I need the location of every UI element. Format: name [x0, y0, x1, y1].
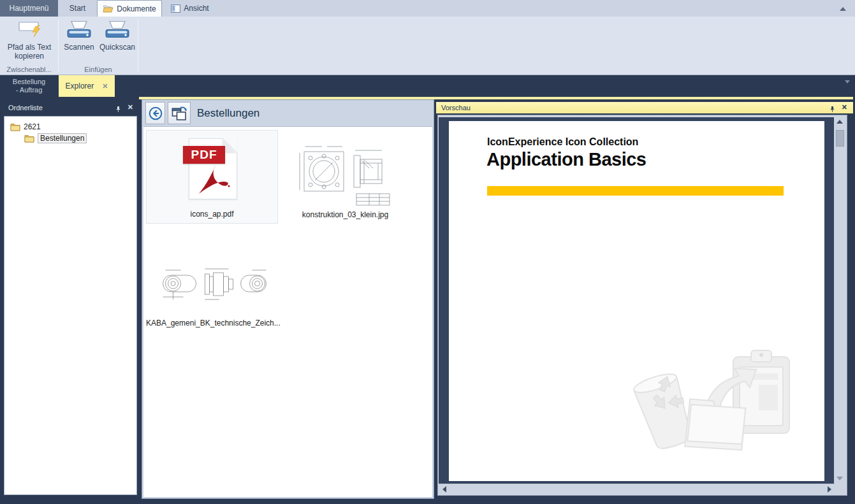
- tab-overflow-button[interactable]: [845, 83, 850, 95]
- doc-tab-label: Explorer: [66, 82, 94, 90]
- scroll-up-arrow[interactable]: [837, 120, 843, 124]
- panel-title: Ordnerliste: [8, 104, 43, 112]
- folder-open-icon: [103, 4, 113, 13]
- file-name: icons_ap.pdf: [147, 210, 277, 219]
- button-label: Scannen: [64, 43, 94, 52]
- page-fold: [223, 138, 237, 152]
- scrollbar-thumb[interactable]: [836, 130, 844, 147]
- vertical-scrollbar[interactable]: [834, 116, 846, 484]
- tab-label: Start: [69, 4, 85, 13]
- technical-drawing-thumbnail: [156, 265, 268, 305]
- folder-tree: 2621 Bestellungen: [4, 116, 137, 495]
- tree-item-bestellungen[interactable]: Bestellungen: [24, 133, 87, 144]
- file-item-konstruktion-jpg[interactable]: konstruktion_03_klein.jpg: [279, 130, 411, 224]
- tab-label: Dokumente: [117, 4, 156, 13]
- document-title: Application Basics: [486, 149, 646, 170]
- pdf-file-icon: PDF: [189, 138, 237, 199]
- explorer-header: Bestellungen: [142, 100, 434, 126]
- ribbon-tab-bar: Hauptmenü Start Dokumente Ansicht: [0, 0, 855, 17]
- document-subtitle: IconExperience Icon Collection: [487, 136, 638, 148]
- pdf-page: IconExperience Icon Collection Applicati…: [449, 121, 824, 481]
- preview-panel: Vorschau ✕ IconExperience Icon Collectio…: [436, 99, 853, 499]
- folder-icon: [24, 134, 34, 143]
- back-button[interactable]: [145, 102, 165, 124]
- scroll-left-arrow[interactable]: [442, 486, 446, 493]
- scannen-button[interactable]: Scannen: [61, 18, 97, 52]
- file-item-kaba-zeichnung[interactable]: KABA_gemeni_BK_technische_Zeich...: [146, 238, 278, 332]
- doc-tab-bestellung-auftrag[interactable]: Bestellung - Auftrag: [0, 75, 58, 97]
- pin-icon[interactable]: [115, 104, 122, 112]
- tree-item-label: Bestellungen: [38, 133, 87, 143]
- scanner-icon: [103, 20, 132, 40]
- technical-drawing-thumbnail: [298, 139, 393, 208]
- button-label: Quickscan: [99, 43, 135, 52]
- ribbon: Pfad als Text kopieren Zwischenabl... Sc…: [0, 17, 855, 75]
- tree-item-label: 2621: [24, 122, 41, 131]
- folder-icon: [10, 123, 20, 131]
- doc-tab-label-line2: - Auftrag: [16, 86, 43, 94]
- ribbon-collapse-button[interactable]: [838, 5, 847, 13]
- folder-list-panel: Ordnerliste ✕ 2621 Beste: [2, 99, 139, 499]
- button-label: Pfad als Text kopieren: [8, 43, 51, 61]
- folder-title: Bestellungen: [197, 100, 259, 126]
- group-label-einfuegen: Einfügen: [59, 66, 138, 73]
- pin-icon[interactable]: [829, 104, 837, 112]
- scroll-down-arrow[interactable]: [837, 477, 843, 480]
- preview-frame: IconExperience Icon Collection Applicati…: [437, 115, 847, 496]
- panel-title: Vorschau: [441, 104, 471, 112]
- scanner-icon: [64, 20, 94, 40]
- ribbon-group-zwischenablage: Pfad als Text kopieren Zwischenabl...: [0, 17, 58, 75]
- file-item-icons-ap-pdf[interactable]: PDF icons_ap.pdf: [146, 130, 278, 224]
- adobe-swirl-icon: [197, 164, 231, 196]
- pdf-badge: PDF: [183, 146, 225, 164]
- preview-header: Vorschau ✕: [436, 102, 853, 113]
- tree-item-2621[interactable]: 2621: [10, 121, 41, 133]
- close-icon[interactable]: ✕: [842, 103, 847, 112]
- file-name: konstruktion_03_klein.jpg: [279, 210, 411, 219]
- pfad-als-text-kopieren-button[interactable]: Pfad als Text kopieren: [4, 18, 55, 61]
- accent-bar: [487, 186, 784, 196]
- group-label-zwischenablage: Zwischenabl...: [0, 66, 58, 73]
- group-separator: [138, 19, 138, 71]
- tab-label: Ansicht: [184, 4, 208, 13]
- preview-viewport: IconExperience Icon Collection Applicati…: [439, 117, 834, 484]
- watermark-illustration: [608, 345, 800, 463]
- explorer-panel: Bestellungen PDF icons_ap.pdf: [142, 99, 434, 499]
- close-icon[interactable]: ✕: [102, 82, 108, 90]
- doc-tab-explorer[interactable]: Explorer ✕: [59, 75, 115, 97]
- overlapping-windows-icon: [171, 106, 187, 121]
- app-window: Hauptmenü Start Dokumente Ansicht: [0, 0, 855, 504]
- chevron-down-icon: [845, 80, 850, 94]
- tab-start[interactable]: Start: [58, 0, 97, 17]
- view-layout-icon: [171, 4, 180, 13]
- folder-list-header: Ordnerliste ✕: [2, 102, 139, 113]
- scroll-right-arrow[interactable]: [828, 486, 831, 493]
- tab-label: Hauptmenü: [9, 4, 48, 13]
- tab-dokumente[interactable]: Dokumente: [97, 0, 162, 17]
- horizontal-scrollbar[interactable]: [439, 484, 835, 494]
- chevron-up-icon: [840, 7, 846, 11]
- doc-tab-label-line1: Bestellung: [13, 78, 45, 86]
- document-tab-bar: Bestellung - Auftrag Explorer ✕: [0, 75, 855, 97]
- file-name: KABA_gemeni_BK_technische_Zeich...: [146, 319, 278, 328]
- back-arrow-icon: [149, 106, 163, 120]
- open-in-window-button[interactable]: [168, 102, 191, 124]
- file-list: PDF icons_ap.pdf: [143, 126, 432, 497]
- close-icon[interactable]: ✕: [128, 103, 133, 112]
- quickscan-button[interactable]: Quickscan: [98, 18, 136, 52]
- textfield-lightning-icon: [16, 20, 43, 40]
- tab-ansicht[interactable]: Ansicht: [162, 0, 218, 17]
- tab-hauptmenu[interactable]: Hauptmenü: [0, 0, 58, 17]
- ribbon-group-einfuegen: Scannen Quickscan Einfügen: [59, 17, 138, 75]
